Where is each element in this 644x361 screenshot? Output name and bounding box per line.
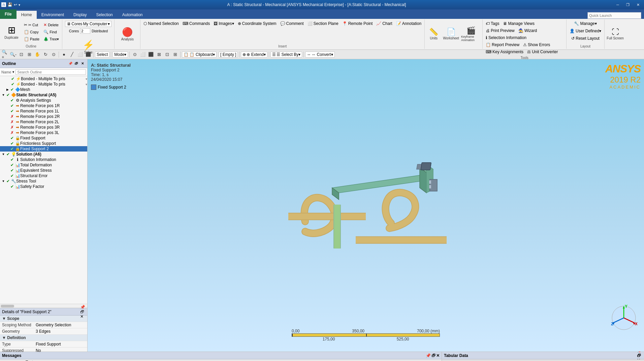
list-item[interactable]: ✔ 📊 Total Deformation <box>0 162 87 168</box>
list-item[interactable]: ▶ ✔ 🔷 Mesh <box>0 87 87 92</box>
messages-maximize-button[interactable]: 🗗 <box>431 353 436 358</box>
outline-pin-button[interactable]: 📌 <box>68 61 73 66</box>
box-zoom-button[interactable]: ⊡ <box>18 51 25 58</box>
scope-toggle[interactable]: ▼ <box>2 316 6 321</box>
select-mode-edge[interactable]: ╱ <box>68 51 76 58</box>
tab-display[interactable]: Display <box>69 11 91 19</box>
tab-automation[interactable]: Automation <box>118 11 148 19</box>
view-btn-6[interactable]: ⊞ <box>171 51 179 58</box>
list-item[interactable]: ✔ 🔒 Fixed Support <box>0 135 87 141</box>
list-item[interactable]: ▼ ✔ 🔧 Stress Tool <box>0 178 87 184</box>
select-by-dropdown[interactable]: ☰ ☰ Select By▾ <box>270 52 302 58</box>
definition-toggle[interactable]: ▼ <box>2 335 6 340</box>
quick-access-undo[interactable]: ↩ <box>14 2 17 7</box>
close-button[interactable]: ✕ <box>633 1 643 8</box>
fit-button[interactable]: ⊞ <box>26 51 33 58</box>
tab-file[interactable]: File <box>0 9 17 19</box>
outline-scrollbar[interactable] <box>0 304 87 308</box>
scrollbar-thumb[interactable] <box>1 305 14 307</box>
messages-pin-button[interactable]: 📌 <box>426 353 431 358</box>
copy-button[interactable]: 📋 Copy <box>22 29 41 35</box>
paste-button[interactable]: 📋 Paste <box>22 36 41 42</box>
list-item[interactable]: ▼ ✔ 🔶 Static Structural (A5) <box>0 92 87 98</box>
orbit-button[interactable]: ⊙ <box>50 51 57 58</box>
viewport[interactable]: A: Static Structural Fixed Support 2 Tim… <box>88 59 644 352</box>
manage-views-button[interactable]: 🖥 Manage Views <box>501 20 536 27</box>
messages-scroll[interactable]: Text Error Solver pivot warnings or erro… <box>0 359 442 361</box>
select-mode-face[interactable]: ⬜ <box>76 51 84 58</box>
unit-converter-button[interactable]: ⚖ Unit Converter <box>525 48 559 55</box>
find-button[interactable]: 🔍 Find <box>42 29 61 35</box>
cut-button[interactable]: ✂ ✂ Cut <box>22 22 41 28</box>
tree-toggle[interactable]: ▶ <box>5 88 9 91</box>
delete-button[interactable]: ✕ Delete <box>42 22 61 28</box>
list-item[interactable]: ▼ ✔ 💡 Solution (A6) <box>0 152 87 157</box>
list-item[interactable]: ✔ 📊 Equivalent Stress <box>0 168 87 173</box>
commands-button[interactable]: ⌨ Commands <box>181 20 212 27</box>
key-assignments-button[interactable]: ⌨ Key Assignments <box>484 48 525 55</box>
full-screen-button[interactable]: ⛶ Full Screen <box>606 22 624 46</box>
my-computer-dropdown[interactable]: 🖥 Cores My Computer ▾ <box>65 21 111 27</box>
report-preview-button[interactable]: 📋 Report Preview <box>484 41 521 48</box>
remote-point-button[interactable]: 📍 Remote Point <box>341 20 375 27</box>
tree-toggle[interactable]: ▼ <box>1 179 5 183</box>
view-btn-5[interactable]: ⊡ <box>163 51 171 58</box>
list-item[interactable]: ✔ ℹ Solution Information <box>0 157 87 162</box>
analysis-button[interactable]: 🔴 Analysis <box>117 22 137 46</box>
list-item[interactable]: ✔ ⚡ Bonded - Multiple To pris ▾ <box>0 76 87 81</box>
mode-dropdown[interactable]: Mode▾ <box>112 52 128 58</box>
list-item[interactable]: ✗ ➡ Remote Force pos 3R <box>0 125 87 130</box>
details-pin-button[interactable]: 📌 <box>80 305 85 309</box>
duplicate-button[interactable]: ⊞ Duplicate <box>1 20 22 44</box>
selection-info-button[interactable]: ℹ Selection Information <box>484 34 528 41</box>
tabular-maximize-button[interactable]: 🗗 <box>637 353 642 358</box>
list-item[interactable]: ✔ 📊 Structural Error <box>0 173 87 178</box>
search-outline-input[interactable] <box>15 69 86 75</box>
list-item[interactable]: ✔ ➡ Remote Force pos 1R <box>0 103 87 108</box>
list-item[interactable]: ✔ ⚙ Analysis Settings <box>0 98 87 103</box>
show-errors-button[interactable]: ⚠ Show Errors <box>521 41 552 48</box>
convert-dropdown[interactable]: ↔ ↔ Convert▾ <box>305 52 334 58</box>
view-btn-3[interactable]: ⬛ <box>147 51 155 58</box>
reset-layout-button[interactable]: ↺ Reset Layout <box>570 35 601 42</box>
section-plane-button[interactable]: ⬜ Section Plane <box>306 20 340 27</box>
manage-button[interactable]: 🔧 Manage▾ <box>572 20 598 27</box>
zoom-in-button[interactable]: 🔍+ <box>1 51 9 58</box>
outline-close-button[interactable]: ✕ <box>80 61 85 66</box>
chart-button[interactable]: 📈 Chart <box>375 20 394 27</box>
worksheet-button[interactable]: 📄 Worksheet <box>443 22 459 46</box>
coordinate-system-button[interactable]: ⊕ Coordinate System <box>236 20 278 27</box>
list-item[interactable]: ✔ ➡ Remote Force pos 1L <box>0 108 87 114</box>
tab-environment[interactable]: Environment <box>37 11 69 19</box>
units-button[interactable]: 📏 Units <box>426 22 441 46</box>
outline-maximize-button[interactable]: 🗗 <box>74 61 79 66</box>
restore-button[interactable]: ❐ <box>623 1 633 8</box>
empty-dropdown[interactable]: [ Empty ] <box>219 52 238 58</box>
annotation-button[interactable]: 📝 Annotation <box>394 20 423 27</box>
list-item[interactable]: ✔ ⚡ Bonded - Multiple To pris ▾ <box>0 81 87 87</box>
select-dropdown[interactable]: Select <box>95 52 109 58</box>
minimize-button[interactable]: ─ <box>613 1 622 8</box>
view-btn-4[interactable]: ⊠ <box>155 51 163 58</box>
print-preview-button[interactable]: 🖨 Print Preview <box>484 27 516 34</box>
tree-toggle[interactable]: ▼ <box>1 93 5 97</box>
quick-launch-input[interactable] <box>587 12 641 19</box>
list-item[interactable]: ✗ ➡ Remote Force pos 2L <box>0 119 87 125</box>
details-close-button[interactable]: ✕ <box>80 314 85 319</box>
tab-selection[interactable]: Selection <box>91 11 117 19</box>
comment-button[interactable]: 💬 Comment <box>279 20 305 27</box>
tab-home[interactable]: Home <box>17 11 37 19</box>
tags-button[interactable]: 🏷 Tags <box>484 20 501 27</box>
quick-access-save[interactable]: 💾 <box>7 2 12 7</box>
named-selection-button[interactable]: ⬡ Named Selection <box>142 20 180 27</box>
messages-close-button[interactable]: ✕ <box>436 353 440 358</box>
images-button[interactable]: 🖼 Images▾ <box>212 20 235 27</box>
keyframe-button[interactable]: 🎬 Keyframe Animation <box>461 22 481 46</box>
list-item[interactable]: ✔ 📊 Safety Factor <box>0 184 87 189</box>
search-dropdown-icon[interactable]: ▾ <box>12 70 14 74</box>
cores-input[interactable] <box>80 28 90 34</box>
fixed-support-2-item[interactable]: ✔ 🔒 Fixed Support 2 <box>0 146 87 152</box>
list-item[interactable]: ✔ 🔒 Frictionless Support <box>0 141 87 146</box>
tree-toggle[interactable]: ▼ <box>1 153 5 156</box>
list-item[interactable]: ✗ ➡ Remote Force pos 2R <box>0 114 87 119</box>
